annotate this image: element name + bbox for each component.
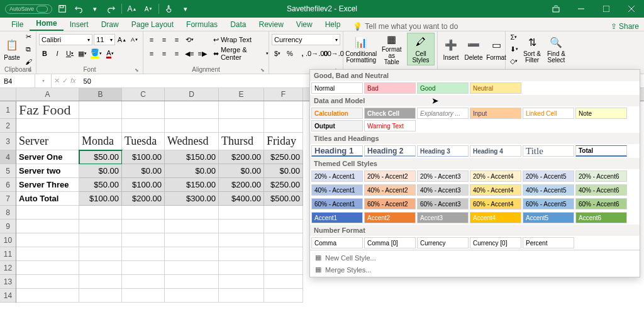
accounting-format-icon[interactable]: $▾ — [272, 48, 283, 59]
style-output[interactable]: Output — [311, 120, 363, 131]
cell-D4[interactable]: $150.00 — [165, 150, 219, 164]
style-heading1[interactable]: Heading 1 — [311, 145, 363, 157]
cell-D12[interactable] — [165, 261, 219, 275]
tab-formulas[interactable]: Formulas — [180, 18, 224, 31]
cell-E11[interactable] — [219, 247, 264, 261]
style-currency0[interactable]: Currency [0] — [470, 237, 521, 248]
increase-indent-icon[interactable]: ≡▶ — [196, 48, 208, 59]
font-increase-icon[interactable]: A▲ — [126, 3, 138, 15]
delete-cells-button[interactable]: ➖Delete — [463, 33, 484, 65]
cell-A4[interactable]: Server One — [16, 150, 79, 164]
cell-A13[interactable] — [16, 275, 79, 289]
cell-F2[interactable] — [264, 119, 303, 133]
cell-C9[interactable] — [122, 220, 165, 233]
tab-help[interactable]: Help — [319, 18, 347, 31]
tab-draw[interactable]: Draw — [95, 18, 125, 31]
tab-review[interactable]: Review — [252, 18, 289, 31]
select-all-corner[interactable] — [0, 88, 16, 101]
row-header-10[interactable]: 10 — [0, 233, 16, 247]
find-select-button[interactable]: 🔍Find & Select — [545, 33, 568, 65]
row-header-6[interactable]: 6 — [0, 178, 16, 192]
cell-F4[interactable]: $250.00 — [264, 150, 303, 164]
column-header-F[interactable]: F — [264, 88, 303, 101]
cell-E14[interactable] — [219, 289, 264, 303]
tell-me-search[interactable]: 💡Tell me what you want to do — [353, 22, 458, 31]
style-percent[interactable]: Percent — [523, 237, 574, 248]
tab-home[interactable]: Home — [30, 17, 63, 31]
tab-view[interactable]: View — [290, 18, 319, 31]
style-heading2[interactable]: Heading 2 — [364, 145, 416, 157]
cell-C6[interactable]: $100.00 — [122, 178, 165, 192]
column-header-D[interactable]: D — [165, 88, 219, 101]
conditional-formatting-button[interactable]: 📊Conditional Formatting — [346, 33, 377, 65]
cell-F11[interactable] — [264, 247, 303, 261]
cell-D10[interactable] — [165, 233, 219, 247]
cell-C11[interactable] — [122, 247, 165, 261]
cell-A5[interactable]: Server two — [16, 164, 79, 178]
cell-D14[interactable] — [165, 289, 219, 303]
cell-E8[interactable] — [219, 206, 264, 220]
tab-file[interactable]: File — [5, 18, 30, 31]
style-20-accent2[interactable]: 20% - Accent2 — [364, 170, 416, 182]
style-accent5[interactable]: Accent5 — [523, 212, 574, 223]
redo-icon[interactable] — [105, 3, 118, 15]
name-box[interactable]: B4 — [0, 74, 35, 87]
cell-F8[interactable] — [264, 206, 303, 220]
cell-B1[interactable] — [79, 101, 122, 119]
cell-B10[interactable] — [79, 233, 122, 247]
cell-E7[interactable]: $400.00 — [219, 192, 264, 206]
cell-D1[interactable] — [165, 101, 219, 119]
clear-button[interactable]: ◇▾ — [508, 55, 519, 67]
cell-A12[interactable] — [16, 261, 79, 275]
cell-F7[interactable]: $500.00 — [264, 192, 303, 206]
style-total[interactable]: Total — [575, 145, 627, 157]
style-linked-cell[interactable]: Linked Cell — [523, 108, 574, 119]
cell-E1[interactable] — [219, 101, 264, 119]
grow-font-icon[interactable]: A▲ — [116, 34, 128, 45]
paste-button[interactable]: 📋 Paste — [3, 33, 21, 65]
cell-C14[interactable] — [122, 289, 165, 303]
style-note[interactable]: Note — [575, 108, 627, 119]
row-header-14[interactable]: 14 — [0, 289, 16, 303]
cell-C1[interactable] — [122, 101, 165, 119]
shrink-font-icon[interactable]: A▼ — [129, 34, 140, 45]
cell-F13[interactable] — [264, 275, 303, 289]
style-60-accent1[interactable]: 60% - Accent1 — [311, 198, 363, 209]
format-as-table-button[interactable]: ▦Format as Table — [378, 33, 406, 65]
style-40-accent3[interactable]: 40% - Accent3 — [417, 184, 469, 196]
copy-icon[interactable]: ⧉ — [23, 43, 34, 55]
decrease-indent-icon[interactable]: ◀≡ — [184, 48, 195, 59]
style-accent6[interactable]: Accent6 — [575, 212, 627, 223]
cell-C7[interactable]: $200.00 — [122, 192, 165, 206]
style-20-accent4[interactable]: 20% - Accent4 — [470, 170, 521, 182]
cell-styles-button[interactable]: 🖍Cell Styles — [407, 33, 435, 65]
cell-A6[interactable]: Server Three — [16, 178, 79, 192]
new-cell-style-button[interactable]: ▦New Cell Style... — [310, 252, 640, 264]
merge-center-button[interactable]: ⬌ Merge & Center ▾ — [212, 48, 270, 59]
cell-C3[interactable]: Tuesda — [122, 133, 165, 150]
cell-D5[interactable]: $0.00 — [165, 164, 219, 178]
cut-icon[interactable]: ✂ — [23, 31, 34, 42]
touch-mode-icon[interactable] — [163, 3, 175, 15]
alignment-dialog-launcher[interactable]: ⬊ — [260, 67, 265, 73]
cell-E4[interactable]: $200.00 — [219, 150, 264, 164]
cell-C10[interactable] — [122, 233, 165, 247]
column-header-B[interactable]: B — [79, 88, 122, 101]
cell-A10[interactable] — [16, 233, 79, 247]
column-header-E[interactable]: E — [219, 88, 264, 101]
style-warning-text[interactable]: Warning Text — [364, 120, 416, 131]
align-center-icon[interactable]: ≡ — [158, 48, 170, 59]
cell-B2[interactable] — [79, 119, 122, 133]
close-icon[interactable] — [619, 0, 644, 18]
align-middle-icon[interactable]: ≡ — [158, 34, 170, 45]
fx-icon[interactable]: fx — [70, 77, 76, 85]
style-20-accent5[interactable]: 20% - Accent5 — [523, 170, 574, 182]
maximize-icon[interactable] — [594, 0, 619, 18]
cell-C5[interactable]: $0.00 — [122, 164, 165, 178]
decrease-decimal-icon[interactable]: .00→.0 — [326, 48, 341, 59]
row-header-1[interactable]: 1 — [0, 101, 16, 119]
style-bad[interactable]: Bad — [364, 82, 416, 94]
row-header-2[interactable]: 2 — [0, 119, 16, 133]
cell-B14[interactable] — [79, 289, 122, 303]
font-size-combo[interactable]: 11▾ — [94, 34, 115, 45]
